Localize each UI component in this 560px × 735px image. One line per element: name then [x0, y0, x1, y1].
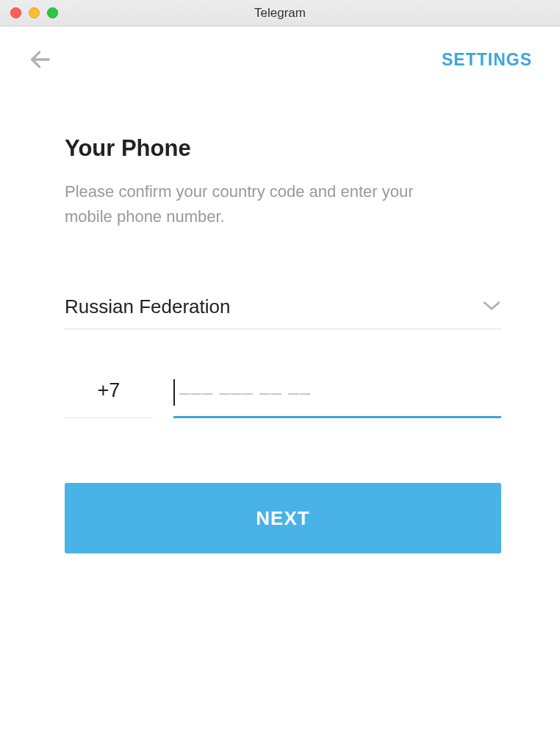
phone-row: +7 ––– ––– –– –– — [65, 379, 501, 418]
main: Your Phone Please confirm your country c… — [0, 87, 560, 553]
maximize-window-button[interactable] — [47, 7, 58, 18]
page-subtitle: Please confirm your country code and ent… — [65, 179, 462, 229]
next-button[interactable]: NEXT — [65, 483, 501, 553]
country-name: Russian Federation — [65, 295, 230, 318]
page-title: Your Phone — [65, 135, 501, 162]
country-code-field[interactable]: +7 — [65, 379, 153, 418]
arrow-left-icon — [28, 47, 53, 72]
header: SETTINGS — [0, 26, 560, 87]
chevron-down-icon — [482, 300, 501, 315]
traffic-lights — [0, 7, 58, 18]
titlebar: Telegram — [0, 0, 560, 26]
close-window-button[interactable] — [10, 7, 21, 18]
phone-input-wrapper[interactable]: ––– ––– –– –– — [173, 379, 501, 418]
content: SETTINGS Your Phone Please confirm your … — [0, 26, 560, 735]
minimize-window-button[interactable] — [29, 7, 40, 18]
country-selector[interactable]: Russian Federation — [65, 295, 501, 329]
window-title: Telegram — [0, 6, 560, 21]
back-button[interactable] — [28, 47, 53, 72]
settings-link[interactable]: SETTINGS — [442, 50, 532, 70]
